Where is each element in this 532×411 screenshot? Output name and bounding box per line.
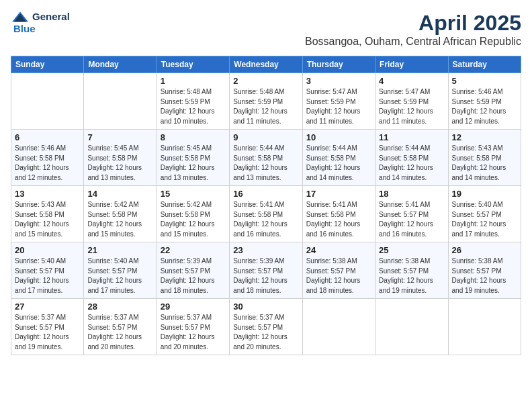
day-info: Sunrise: 5:39 AM Sunset: 5:57 PM Dayligh… [233, 257, 298, 295]
calendar-cell: 27Sunrise: 5:37 AM Sunset: 5:57 PM Dayli… [11, 299, 84, 355]
day-info: Sunrise: 5:40 AM Sunset: 5:57 PM Dayligh… [452, 200, 517, 239]
calendar-cell: 30Sunrise: 5:37 AM Sunset: 5:57 PM Dayli… [230, 299, 302, 355]
day-number: 8 [161, 132, 226, 142]
calendar-cell: 5Sunrise: 5:46 AM Sunset: 5:59 PM Daylig… [448, 73, 521, 130]
calendar-cell: 14Sunrise: 5:42 AM Sunset: 5:58 PM Dayli… [84, 186, 157, 242]
col-header-sunday: Sunday [11, 56, 84, 73]
calendar-cell: 15Sunrise: 5:42 AM Sunset: 5:58 PM Dayli… [157, 186, 229, 242]
day-number: 27 [15, 302, 80, 312]
calendar-week-row: 27Sunrise: 5:37 AM Sunset: 5:57 PM Dayli… [11, 299, 521, 355]
day-info: Sunrise: 5:38 AM Sunset: 5:57 PM Dayligh… [379, 257, 444, 295]
calendar-cell: 18Sunrise: 5:41 AM Sunset: 5:57 PM Dayli… [375, 186, 448, 242]
day-number: 22 [161, 245, 226, 255]
day-number: 4 [379, 76, 444, 86]
day-number: 30 [233, 302, 298, 312]
calendar-cell: 1Sunrise: 5:48 AM Sunset: 5:59 PM Daylig… [157, 73, 229, 130]
calendar-cell: 11Sunrise: 5:44 AM Sunset: 5:58 PM Dayli… [375, 130, 448, 186]
calendar-week-row: 1Sunrise: 5:48 AM Sunset: 5:59 PM Daylig… [11, 73, 521, 130]
day-number: 17 [306, 189, 371, 199]
day-info: Sunrise: 5:48 AM Sunset: 5:59 PM Dayligh… [233, 87, 298, 126]
day-number: 7 [87, 132, 152, 142]
day-info: Sunrise: 5:42 AM Sunset: 5:58 PM Dayligh… [161, 200, 226, 239]
day-number: 10 [306, 132, 371, 142]
day-info: Sunrise: 5:41 AM Sunset: 5:58 PM Dayligh… [233, 200, 298, 239]
calendar-cell: 4Sunrise: 5:47 AM Sunset: 5:59 PM Daylig… [375, 73, 448, 130]
col-header-wednesday: Wednesday [230, 56, 302, 73]
day-number: 11 [379, 132, 444, 142]
calendar-cell: 8Sunrise: 5:45 AM Sunset: 5:58 PM Daylig… [157, 130, 229, 186]
day-number: 12 [452, 132, 517, 142]
day-info: Sunrise: 5:37 AM Sunset: 5:57 PM Dayligh… [15, 313, 80, 352]
day-number: 28 [87, 302, 152, 312]
day-number: 20 [15, 245, 80, 255]
day-number: 9 [233, 132, 298, 142]
logo-blue-text: Blue [13, 23, 70, 35]
day-number: 1 [161, 76, 226, 86]
day-info: Sunrise: 5:38 AM Sunset: 5:57 PM Dayligh… [452, 257, 517, 295]
header: General Blue April 2025 Bossangoa, Ouham… [11, 11, 521, 48]
calendar-cell [448, 299, 521, 355]
col-header-friday: Friday [375, 56, 448, 73]
day-info: Sunrise: 5:46 AM Sunset: 5:59 PM Dayligh… [452, 87, 517, 126]
day-info: Sunrise: 5:42 AM Sunset: 5:58 PM Dayligh… [87, 200, 152, 239]
day-number: 6 [15, 132, 80, 142]
calendar-cell: 19Sunrise: 5:40 AM Sunset: 5:57 PM Dayli… [448, 186, 521, 242]
day-info: Sunrise: 5:44 AM Sunset: 5:58 PM Dayligh… [379, 144, 444, 183]
day-number: 14 [87, 189, 152, 199]
day-info: Sunrise: 5:43 AM Sunset: 5:58 PM Dayligh… [15, 200, 80, 239]
day-info: Sunrise: 5:38 AM Sunset: 5:57 PM Dayligh… [306, 257, 371, 295]
calendar-cell: 7Sunrise: 5:45 AM Sunset: 5:58 PM Daylig… [84, 130, 157, 186]
logo-general-text: General [32, 11, 70, 23]
calendar: SundayMondayTuesdayWednesdayThursdayFrid… [11, 56, 521, 355]
day-number: 25 [379, 245, 444, 255]
calendar-cell: 16Sunrise: 5:41 AM Sunset: 5:58 PM Dayli… [230, 186, 302, 242]
day-info: Sunrise: 5:44 AM Sunset: 5:58 PM Dayligh… [233, 144, 298, 183]
col-header-monday: Monday [84, 56, 157, 73]
day-number: 23 [233, 245, 298, 255]
calendar-cell: 13Sunrise: 5:43 AM Sunset: 5:58 PM Dayli… [11, 186, 84, 242]
calendar-cell: 2Sunrise: 5:48 AM Sunset: 5:59 PM Daylig… [230, 73, 302, 130]
day-number: 21 [87, 245, 152, 255]
calendar-header-row: SundayMondayTuesdayWednesdayThursdayFrid… [11, 56, 521, 73]
calendar-cell: 25Sunrise: 5:38 AM Sunset: 5:57 PM Dayli… [375, 242, 448, 299]
calendar-cell: 10Sunrise: 5:44 AM Sunset: 5:58 PM Dayli… [302, 130, 375, 186]
day-info: Sunrise: 5:47 AM Sunset: 5:59 PM Dayligh… [306, 87, 371, 126]
day-number: 16 [233, 189, 298, 199]
calendar-week-row: 13Sunrise: 5:43 AM Sunset: 5:58 PM Dayli… [11, 186, 521, 242]
day-number: 3 [306, 76, 371, 86]
day-info: Sunrise: 5:37 AM Sunset: 5:57 PM Dayligh… [87, 313, 152, 352]
day-info: Sunrise: 5:41 AM Sunset: 5:57 PM Dayligh… [379, 200, 444, 239]
month-title: April 2025 [305, 11, 521, 36]
day-info: Sunrise: 5:48 AM Sunset: 5:59 PM Dayligh… [161, 87, 226, 126]
calendar-week-row: 20Sunrise: 5:40 AM Sunset: 5:57 PM Dayli… [11, 242, 521, 299]
calendar-cell: 17Sunrise: 5:41 AM Sunset: 5:58 PM Dayli… [302, 186, 375, 242]
day-info: Sunrise: 5:39 AM Sunset: 5:57 PM Dayligh… [161, 257, 226, 295]
calendar-cell [84, 73, 157, 130]
calendar-cell [375, 299, 448, 355]
calendar-cell: 3Sunrise: 5:47 AM Sunset: 5:59 PM Daylig… [302, 73, 375, 130]
day-number: 24 [306, 245, 371, 255]
calendar-cell: 12Sunrise: 5:43 AM Sunset: 5:58 PM Dayli… [448, 130, 521, 186]
day-info: Sunrise: 5:45 AM Sunset: 5:58 PM Dayligh… [161, 144, 226, 183]
calendar-cell: 6Sunrise: 5:46 AM Sunset: 5:58 PM Daylig… [11, 130, 84, 186]
calendar-week-row: 6Sunrise: 5:46 AM Sunset: 5:58 PM Daylig… [11, 130, 521, 186]
col-header-saturday: Saturday [448, 56, 521, 73]
calendar-cell: 28Sunrise: 5:37 AM Sunset: 5:57 PM Dayli… [84, 299, 157, 355]
calendar-cell: 23Sunrise: 5:39 AM Sunset: 5:57 PM Dayli… [230, 242, 302, 299]
day-info: Sunrise: 5:37 AM Sunset: 5:57 PM Dayligh… [233, 313, 298, 352]
day-info: Sunrise: 5:46 AM Sunset: 5:58 PM Dayligh… [15, 144, 80, 183]
calendar-cell [11, 73, 84, 130]
day-number: 19 [452, 189, 517, 199]
calendar-cell: 24Sunrise: 5:38 AM Sunset: 5:57 PM Dayli… [302, 242, 375, 299]
calendar-cell: 26Sunrise: 5:38 AM Sunset: 5:57 PM Dayli… [448, 242, 521, 299]
day-number: 18 [379, 189, 444, 199]
calendar-cell: 22Sunrise: 5:39 AM Sunset: 5:57 PM Dayli… [157, 242, 229, 299]
day-info: Sunrise: 5:47 AM Sunset: 5:59 PM Dayligh… [379, 87, 444, 126]
col-header-thursday: Thursday [302, 56, 375, 73]
day-number: 2 [233, 76, 298, 86]
day-number: 15 [161, 189, 226, 199]
day-number: 26 [452, 245, 517, 255]
day-info: Sunrise: 5:40 AM Sunset: 5:57 PM Dayligh… [87, 257, 152, 295]
calendar-cell [302, 299, 375, 355]
day-info: Sunrise: 5:45 AM Sunset: 5:58 PM Dayligh… [87, 144, 152, 183]
